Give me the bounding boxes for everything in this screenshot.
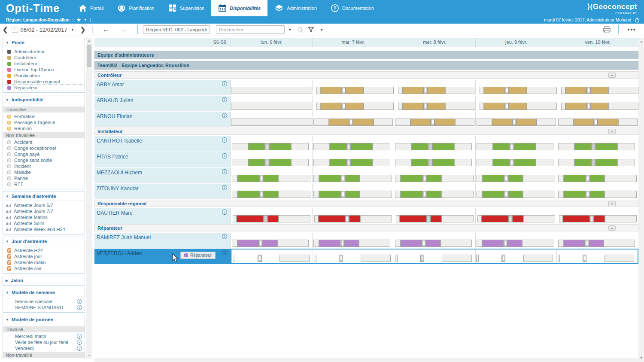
work-period-bar[interactable] bbox=[402, 103, 423, 110]
empty-period-bar[interactable] bbox=[231, 87, 312, 94]
nav-item-portail[interactable]: Portail bbox=[72, 0, 110, 16]
lunch-break-icon[interactable] bbox=[508, 215, 512, 222]
work-period-bar[interactable] bbox=[563, 215, 589, 222]
empty-period-bar[interactable] bbox=[313, 175, 319, 182]
work-period-bar[interactable] bbox=[484, 87, 505, 94]
empty-period-bar[interactable] bbox=[395, 159, 411, 166]
employee-row[interactable]: ARBY Amari bbox=[94, 80, 638, 95]
empty-period-bar[interactable] bbox=[561, 87, 565, 94]
lunch-break-icon[interactable] bbox=[265, 159, 269, 166]
work-period-bar[interactable] bbox=[590, 103, 608, 110]
employee-info-icon[interactable]: i bbox=[222, 234, 227, 239]
nav-item-documentation[interactable]: ?Documentation bbox=[324, 0, 381, 16]
schedule-day-cell[interactable] bbox=[556, 249, 638, 263]
schedule-day-cell[interactable] bbox=[312, 168, 394, 183]
schedule-day-cell[interactable] bbox=[557, 152, 638, 167]
schedule-day-cell[interactable] bbox=[475, 80, 557, 95]
lunch-break-icon[interactable] bbox=[349, 119, 353, 126]
empty-period-bar[interactable] bbox=[477, 143, 493, 150]
lunch-break-icon[interactable] bbox=[585, 240, 589, 247]
empty-period-bar[interactable] bbox=[233, 215, 237, 222]
panel-header-semaine-astreinte[interactable]: ▼Semaine d'astreinte bbox=[3, 192, 85, 201]
employee-info-icon[interactable]: i bbox=[222, 97, 227, 102]
panel-header-jour-astreinte[interactable]: ▼Jour d'astreinte bbox=[3, 237, 85, 246]
work-period-bar[interactable] bbox=[509, 103, 527, 110]
empty-period-bar[interactable] bbox=[605, 175, 637, 182]
schedule-day-cell[interactable] bbox=[312, 136, 394, 152]
work-period-bar[interactable] bbox=[321, 87, 342, 94]
prev-week-button[interactable]: ❮ bbox=[0, 26, 11, 33]
schedule-day-cell[interactable] bbox=[475, 112, 557, 127]
lunch-break-icon[interactable] bbox=[590, 215, 594, 222]
legend-item[interactable]: Réunion bbox=[3, 125, 85, 131]
empty-period-bar[interactable] bbox=[480, 87, 483, 94]
work-period-bar[interactable] bbox=[319, 175, 341, 182]
empty-period-bar[interactable] bbox=[441, 175, 474, 182]
schedule-day-cell[interactable] bbox=[312, 112, 394, 127]
lunch-break-icon[interactable] bbox=[264, 215, 267, 222]
lunch-break-icon[interactable] bbox=[503, 240, 507, 247]
work-period-bar[interactable] bbox=[321, 103, 342, 110]
legend-item[interactable]: Astreinte Jours 5/7 bbox=[3, 202, 85, 208]
empty-period-bar[interactable] bbox=[395, 119, 410, 126]
lunch-break-icon[interactable] bbox=[510, 143, 513, 150]
schedule-day-cell[interactable] bbox=[475, 184, 557, 199]
empty-period-bar[interactable] bbox=[605, 255, 635, 262]
lunch-break-icon[interactable] bbox=[423, 87, 427, 94]
lunch-break-icon[interactable] bbox=[422, 240, 425, 247]
lunch-break-icon[interactable] bbox=[591, 143, 595, 150]
work-period-bar[interactable] bbox=[512, 215, 523, 222]
schedule-day-cell[interactable] bbox=[394, 112, 475, 127]
work-period-bar[interactable] bbox=[426, 240, 440, 247]
lunch-break-icon[interactable] bbox=[583, 255, 586, 262]
legend-item[interactable]: Semaine spécialei bbox=[3, 298, 85, 304]
schedule-day-cell[interactable] bbox=[394, 80, 475, 95]
empty-period-bar[interactable] bbox=[279, 255, 310, 262]
panel-header-modele-semaine[interactable]: ▼Modèle de semaine bbox=[3, 288, 85, 297]
lunch-break-icon[interactable] bbox=[427, 215, 431, 222]
legend-item[interactable]: Panne bbox=[3, 175, 85, 181]
employee-row[interactable]: MEZZAOUI Hichemi bbox=[94, 168, 638, 183]
empty-period-bar[interactable] bbox=[278, 191, 311, 198]
work-period-bar[interactable] bbox=[594, 215, 605, 222]
work-period-bar[interactable] bbox=[595, 159, 617, 166]
schedule-day-cell[interactable] bbox=[475, 136, 557, 152]
role-section-row[interactable]: Responsable régional▲ bbox=[94, 200, 638, 207]
work-period-bar[interactable] bbox=[482, 175, 504, 182]
schedule-day-cell[interactable] bbox=[394, 184, 475, 199]
empty-period-bar[interactable] bbox=[536, 143, 554, 150]
schedule-day-cell[interactable] bbox=[557, 112, 638, 127]
work-period-bar[interactable] bbox=[514, 143, 536, 150]
lunch-break-icon[interactable] bbox=[594, 119, 598, 126]
lunch-break-icon[interactable] bbox=[258, 255, 261, 262]
empty-period-bar[interactable] bbox=[559, 215, 563, 222]
employee-name-cell[interactable]: RAMIREZ Juan Manueli bbox=[94, 233, 231, 248]
empty-period-bar[interactable] bbox=[605, 191, 637, 198]
group-row-2[interactable]: Team002 - Equipe Languedoc-Roussillon bbox=[94, 61, 638, 70]
empty-period-bar[interactable] bbox=[374, 119, 393, 126]
work-period-bar[interactable] bbox=[401, 240, 422, 247]
nav-item-disponibilites[interactable]: Disponibilités bbox=[211, 0, 267, 16]
employee-info-icon[interactable]: i bbox=[222, 113, 227, 118]
work-period-bar[interactable] bbox=[410, 119, 431, 126]
work-period-bar[interactable] bbox=[514, 159, 536, 166]
work-period-bar[interactable] bbox=[400, 215, 426, 222]
schedule-day-cell[interactable] bbox=[312, 80, 394, 95]
legend-item[interactable]: SEMAINE STANDARDi bbox=[3, 304, 85, 310]
legend-item[interactable]: Responsable régional bbox=[3, 79, 85, 85]
schedule-day-cell[interactable] bbox=[231, 152, 312, 167]
info-icon[interactable]: i bbox=[77, 299, 82, 304]
legend-item[interactable]: Installateur bbox=[3, 61, 85, 67]
work-period-bar[interactable] bbox=[269, 143, 291, 150]
work-period-bar[interactable] bbox=[590, 175, 605, 182]
favorite-dropdown-icon[interactable]: ▼ bbox=[84, 18, 87, 21]
work-period-bar[interactable] bbox=[269, 159, 291, 166]
role-section-row[interactable]: Contrôleur▲ bbox=[94, 71, 638, 79]
empty-period-bar[interactable] bbox=[313, 159, 330, 166]
role-section-row[interactable]: Réparateur▲ bbox=[94, 224, 638, 231]
legend-item[interactable]: Astreinte jour bbox=[3, 253, 85, 259]
schedule-day-cell[interactable] bbox=[394, 208, 475, 224]
schedule-day-cell[interactable] bbox=[312, 184, 394, 199]
schedule-day-cell[interactable] bbox=[557, 168, 638, 183]
empty-period-bar[interactable] bbox=[361, 255, 391, 262]
